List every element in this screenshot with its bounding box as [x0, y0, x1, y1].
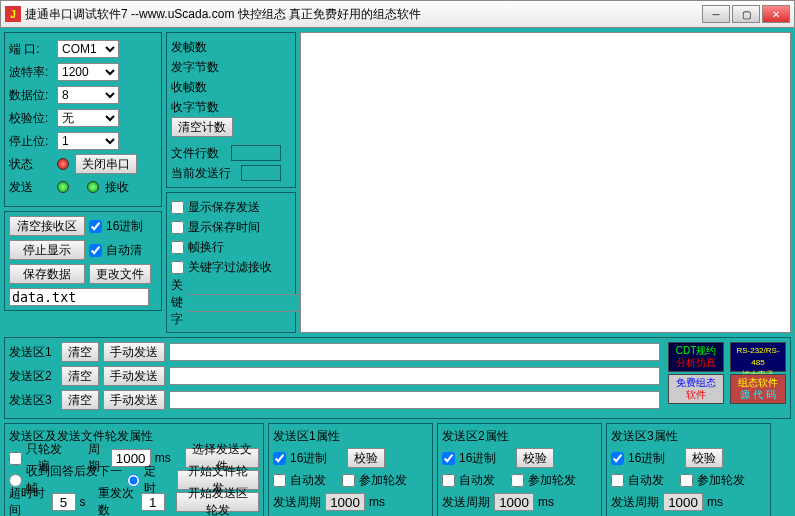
data-label: 数据位: [9, 87, 57, 104]
ad-bosi[interactable]: RS-232/RS-485波士电子 [730, 342, 786, 372]
port-select[interactable]: COM1 [57, 40, 119, 58]
kw-filter-checkbox[interactable] [171, 261, 184, 274]
show-save-send-label: 显示保存发送 [188, 199, 260, 216]
zone1-send-button[interactable]: 手动发送 [103, 342, 165, 362]
rx-led-icon [87, 181, 99, 193]
rx-bytes-label: 收字节数 [171, 99, 231, 116]
options-panel: 显示保存发送 显示保存时间 帧换行 关键字过滤接收 关键字 [166, 192, 296, 333]
z1-hex-checkbox[interactable] [273, 452, 286, 465]
z3-hex-checkbox[interactable] [611, 452, 624, 465]
zone2-label: 发送区2 [9, 368, 57, 385]
autoclear-checkbox[interactable] [89, 244, 102, 257]
autoclear-label: 自动清 [106, 242, 142, 259]
z2-join-checkbox[interactable] [511, 474, 524, 487]
cur-line-value [241, 165, 281, 181]
stop-display-button[interactable]: 停止显示 [9, 240, 85, 260]
z3-period-input[interactable] [663, 493, 703, 511]
send-label: 发送 [9, 179, 57, 196]
zone1-clear-button[interactable]: 清空 [61, 342, 99, 362]
serial-settings-panel: 端 口:COM1 波特率:1200 数据位:8 校验位:无 停止位:1 状态关闭… [4, 32, 162, 207]
z1-period-input[interactable] [325, 493, 365, 511]
show-save-time-label: 显示保存时间 [188, 219, 260, 236]
zone1-input[interactable] [169, 343, 660, 361]
timeout-input[interactable] [52, 493, 76, 511]
z2-check-button[interactable]: 校验 [516, 448, 554, 468]
z3-join-checkbox[interactable] [680, 474, 693, 487]
frame-wrap-label: 帧换行 [188, 239, 224, 256]
timeout-label: 超时时间 [9, 485, 48, 516]
timed-label: 定时 [144, 463, 166, 497]
stop-select[interactable]: 1 [57, 132, 119, 150]
zone1-props-group: 发送区1属性 16进制校验 自动发参加轮发 发送周期ms [268, 423, 433, 516]
zone3-clear-button[interactable]: 清空 [61, 390, 99, 410]
z3-auto-checkbox[interactable] [611, 474, 624, 487]
close-button[interactable]: ✕ [762, 5, 790, 23]
once-checkbox[interactable] [9, 452, 22, 465]
z1-check-button[interactable]: 校验 [347, 448, 385, 468]
zone2-props-title: 发送区2属性 [442, 428, 597, 445]
zone3-input[interactable] [169, 391, 660, 409]
zone2-send-button[interactable]: 手动发送 [103, 366, 165, 386]
filename-input[interactable] [9, 288, 149, 306]
window-title: 捷通串口调试软件7 --www.uScada.com 快控组态 真正免费好用的组… [25, 6, 702, 23]
stats-panel: 发帧数 发字节数 收帧数 收字节数 清空计数 文件行数 当前发送行 [166, 32, 296, 188]
recv-label: 接收 [105, 179, 129, 196]
ad-free[interactable]: 免费组态软件 [668, 374, 724, 404]
z2-hex-checkbox[interactable] [442, 452, 455, 465]
status-led-icon [57, 158, 69, 170]
hex-checkbox[interactable] [89, 220, 102, 233]
close-port-button[interactable]: 关闭串口 [75, 154, 137, 174]
z1-auto-checkbox[interactable] [273, 474, 286, 487]
file-send-group: 发送区及发送文件轮发属性 只轮发一遍周期ms选择发送文件 收到回答后发下一帧定时… [4, 423, 264, 516]
zone3-label: 发送区3 [9, 392, 57, 409]
minimize-button[interactable]: ─ [702, 5, 730, 23]
kw-filter-label: 关键字过滤接收 [188, 259, 272, 276]
show-save-time-checkbox[interactable] [171, 221, 184, 234]
z2-period-input[interactable] [494, 493, 534, 511]
data-select[interactable]: 8 [57, 86, 119, 104]
s-label: s [80, 495, 86, 509]
start-zone-button[interactable]: 开始发送区轮发 [176, 492, 259, 512]
z3-check-button[interactable]: 校验 [685, 448, 723, 468]
retry-input[interactable] [141, 493, 165, 511]
send-zones-panel: 发送区1清空手动发送 发送区2清空手动发送 发送区3清空手动发送 CDT规约分析… [4, 337, 791, 419]
maximize-button[interactable]: ▢ [732, 5, 760, 23]
baud-select[interactable]: 1200 [57, 63, 119, 81]
zone2-props-group: 发送区2属性 16进制校验 自动发参加轮发 发送周期ms [437, 423, 602, 516]
title-bar: J 捷通串口调试软件7 --www.uScada.com 快控组态 真正免费好用… [0, 0, 795, 28]
zone3-props-title: 发送区3属性 [611, 428, 766, 445]
retry-label: 重发次数 [98, 485, 137, 516]
tx-frames-label: 发帧数 [171, 39, 231, 56]
status-label: 状态 [9, 156, 57, 173]
zone1-label: 发送区1 [9, 344, 57, 361]
zone2-input[interactable] [169, 367, 660, 385]
tx-bytes-label: 发字节数 [171, 59, 231, 76]
clear-recv-button[interactable]: 清空接收区 [9, 216, 85, 236]
show-save-send-checkbox[interactable] [171, 201, 184, 214]
baud-label: 波特率: [9, 64, 57, 81]
receive-panel: 清空接收区16进制 停止显示自动清 保存数据更改文件 [4, 211, 162, 311]
rx-frames-label: 收帧数 [171, 79, 231, 96]
zone2-clear-button[interactable]: 清空 [61, 366, 99, 386]
port-label: 端 口: [9, 41, 57, 58]
receive-textarea[interactable] [300, 32, 791, 333]
hex-label: 16进制 [106, 218, 143, 235]
ad-source[interactable]: 组态软件源 代 码 [730, 374, 786, 404]
file-lines-value [231, 145, 281, 161]
ad-cdt[interactable]: CDT规约分析仿真 [668, 342, 724, 372]
file-lines-label: 文件行数 [171, 145, 231, 162]
change-file-button[interactable]: 更改文件 [89, 264, 151, 284]
z1-join-checkbox[interactable] [342, 474, 355, 487]
z2-auto-checkbox[interactable] [442, 474, 455, 487]
cur-line-label: 当前发送行 [171, 165, 241, 182]
parity-select[interactable]: 无 [57, 109, 119, 127]
keyword-label: 关键字 [171, 277, 183, 328]
frame-wrap-checkbox[interactable] [171, 241, 184, 254]
clear-stats-button[interactable]: 清空计数 [171, 117, 233, 137]
tx-led-icon [57, 181, 69, 193]
parity-label: 校验位: [9, 110, 57, 127]
zone3-props-group: 发送区3属性 16进制校验 自动发参加轮发 发送周期ms [606, 423, 771, 516]
app-icon: J [5, 6, 21, 22]
save-data-button[interactable]: 保存数据 [9, 264, 85, 284]
zone3-send-button[interactable]: 手动发送 [103, 390, 165, 410]
